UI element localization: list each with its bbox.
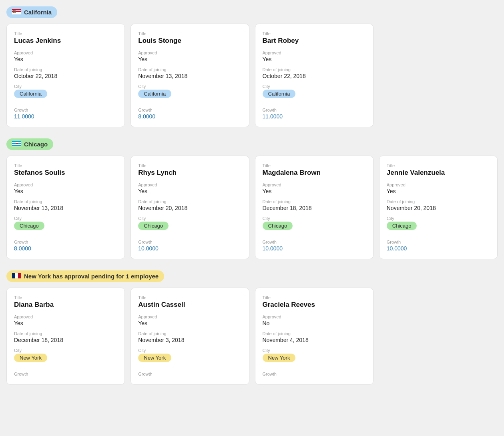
card-doj-newyork-0: December 18, 2018 xyxy=(14,337,117,343)
label-doj-chicago-2: Date of joining xyxy=(263,199,366,204)
label-doj-california-2: Date of joining xyxy=(263,67,366,72)
label-growth-chicago-0: Growth xyxy=(14,240,117,244)
card-chicago-0: Title Stefanos Soulis Approved Yes Date … xyxy=(6,156,125,259)
label-growth-newyork-2: Growth xyxy=(263,372,366,376)
flag-icon-newyork xyxy=(12,273,21,280)
label-doj-newyork-0: Date of joining xyxy=(14,331,117,336)
card-name-newyork-0: Diana Barba xyxy=(14,301,117,309)
card-chicago-2: Title Magdalena Brown Approved Yes Date … xyxy=(255,156,373,259)
label-title-newyork-0: Title xyxy=(14,295,117,300)
card-doj-newyork-1: November 3, 2018 xyxy=(138,337,241,343)
label-city-california-1: City xyxy=(138,84,241,89)
card-newyork-0: Title Diana Barba Approved Yes Date of j… xyxy=(6,288,125,385)
card-chicago-3: Title Jennie Valenzuela Approved Yes Dat… xyxy=(379,156,498,259)
card-growth-chicago-1: 10.0000 xyxy=(138,245,241,252)
label-growth-newyork-0: Growth xyxy=(14,372,117,376)
card-name-newyork-2: Graciela Reeves xyxy=(263,301,366,309)
card-name-chicago-2: Magdalena Brown xyxy=(263,169,366,177)
card-approved-newyork-0: Yes xyxy=(14,320,117,326)
city-badge-california-0: California xyxy=(14,90,47,98)
section-title-chicago: Chicago xyxy=(24,141,48,148)
label-city-chicago-3: City xyxy=(387,216,490,221)
label-approved-california-2: Approved xyxy=(263,50,366,55)
card-chicago-1: Title Rhys Lynch Approved Yes Date of jo… xyxy=(131,156,249,259)
city-badge-chicago-2: Chicago xyxy=(263,222,293,230)
label-approved-newyork-0: Approved xyxy=(14,314,117,319)
flag-icon-chicago: ✶ xyxy=(12,141,21,148)
card-name-chicago-0: Stefanos Soulis xyxy=(14,169,117,177)
section-newyork: New York has approval pending for 1 empl… xyxy=(6,270,498,385)
label-doj-chicago-0: Date of joining xyxy=(14,199,117,204)
card-name-california-2: Bart Robey xyxy=(263,37,366,45)
label-doj-chicago-3: Date of joining xyxy=(387,199,490,204)
section-title-california: California xyxy=(24,9,52,16)
card-doj-chicago-0: November 13, 2018 xyxy=(14,205,117,211)
label-approved-newyork-2: Approved xyxy=(263,314,366,319)
cards-grid-newyork: Title Diana Barba Approved Yes Date of j… xyxy=(6,288,498,385)
card-approved-chicago-2: Yes xyxy=(263,188,366,194)
city-badge-california-2: California xyxy=(263,90,296,98)
city-badge-california-1: California xyxy=(138,90,171,98)
label-approved-california-1: Approved xyxy=(138,50,241,55)
card-doj-chicago-3: November 20, 2018 xyxy=(387,205,490,211)
svg-rect-11 xyxy=(15,273,18,278)
svg-rect-10 xyxy=(12,273,15,278)
card-doj-chicago-2: December 18, 2018 xyxy=(263,205,366,211)
card-name-newyork-1: Austin Cassell xyxy=(138,301,241,309)
label-doj-newyork-1: Date of joining xyxy=(138,331,241,336)
section-title-newyork: New York has approval pending for 1 empl… xyxy=(24,273,159,280)
label-growth-newyork-1: Growth xyxy=(138,372,241,376)
city-badge-newyork-1: New York xyxy=(138,354,171,362)
city-badge-newyork-0: New York xyxy=(14,354,47,362)
label-growth-california-2: Growth xyxy=(263,108,366,112)
cards-grid-california: Title Lucas Jenkins Approved Yes Date of… xyxy=(6,24,498,127)
card-approved-chicago-3: Yes xyxy=(387,188,490,194)
card-name-chicago-1: Rhys Lynch xyxy=(138,169,241,177)
card-approved-california-0: Yes xyxy=(14,56,117,62)
card-doj-chicago-1: November 20, 2018 xyxy=(138,205,241,211)
card-growth-california-2: 11.0000 xyxy=(263,113,366,120)
card-approved-newyork-1: Yes xyxy=(138,320,241,326)
card-newyork-2: Title Graciela Reeves Approved No Date o… xyxy=(255,288,373,385)
label-growth-chicago-2: Growth xyxy=(263,240,366,244)
card-growth-chicago-0: 8.0000 xyxy=(14,245,117,252)
label-growth-california-0: Growth xyxy=(14,108,117,112)
section-header-newyork: New York has approval pending for 1 empl… xyxy=(6,270,164,282)
card-doj-newyork-2: November 4, 2018 xyxy=(263,337,366,343)
card-newyork-1: Title Austin Cassell Approved Yes Date o… xyxy=(131,288,249,385)
card-approved-chicago-1: Yes xyxy=(138,188,241,194)
label-title-california-0: Title xyxy=(14,31,117,36)
section-chicago: ✶ Chicago Title Stefanos Soulis Approved… xyxy=(6,138,498,259)
card-approved-california-1: Yes xyxy=(138,56,241,62)
label-doj-california-1: Date of joining xyxy=(138,67,241,72)
section-header-california: 🐻 California xyxy=(6,6,57,18)
label-city-newyork-1: City xyxy=(138,348,241,353)
label-doj-newyork-2: Date of joining xyxy=(263,331,366,336)
label-city-newyork-2: City xyxy=(263,348,366,353)
card-approved-chicago-0: Yes xyxy=(14,188,117,194)
label-title-newyork-1: Title xyxy=(138,295,241,300)
card-name-california-1: Louis Stonge xyxy=(138,37,241,45)
card-california-1: Title Louis Stonge Approved Yes Date of … xyxy=(131,24,249,127)
label-city-chicago-2: City xyxy=(263,216,366,221)
label-approved-chicago-1: Approved xyxy=(138,182,241,187)
city-badge-chicago-1: Chicago xyxy=(138,222,169,230)
card-doj-california-2: October 22, 2018 xyxy=(263,73,366,79)
card-name-california-0: Lucas Jenkins xyxy=(14,37,117,45)
svg-text:🐻: 🐻 xyxy=(12,10,16,14)
city-badge-newyork-2: New York xyxy=(263,354,296,362)
label-title-california-1: Title xyxy=(138,31,241,36)
label-title-newyork-2: Title xyxy=(263,295,366,300)
label-city-california-0: City xyxy=(14,84,117,89)
card-growth-chicago-3: 10.0000 xyxy=(387,245,490,252)
svg-text:✶: ✶ xyxy=(16,142,18,146)
label-doj-california-0: Date of joining xyxy=(14,67,117,72)
label-approved-california-0: Approved xyxy=(14,50,117,55)
label-doj-chicago-1: Date of joining xyxy=(138,199,241,204)
label-growth-chicago-1: Growth xyxy=(138,240,241,244)
city-badge-chicago-0: Chicago xyxy=(14,222,44,230)
card-name-chicago-3: Jennie Valenzuela xyxy=(387,169,490,177)
label-approved-newyork-1: Approved xyxy=(138,314,241,319)
section-california: 🐻 California Title Lucas Jenkins Approve… xyxy=(6,6,498,127)
cards-grid-chicago: Title Stefanos Soulis Approved Yes Date … xyxy=(6,156,498,259)
